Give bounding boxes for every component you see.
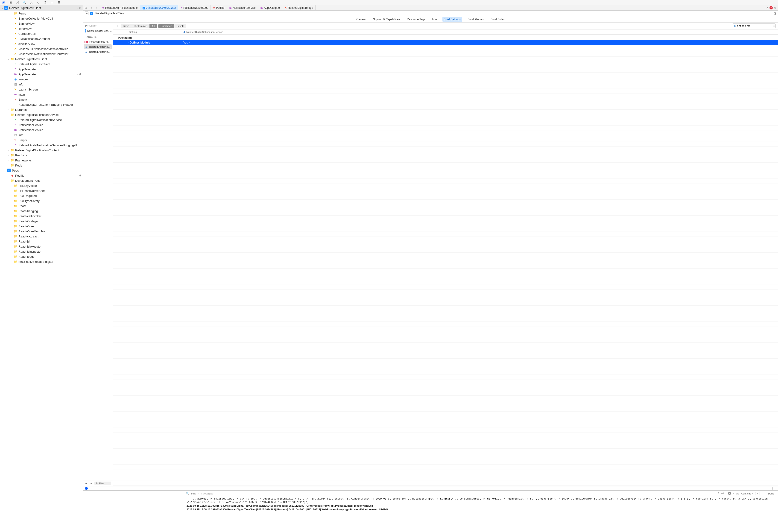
disclosure-icon[interactable]: › [11, 235, 13, 237]
nav-row[interactable]: ✕timerView [0, 26, 83, 31]
debug-icon[interactable]: ⚗ [43, 1, 47, 4]
disclosure-icon[interactable]: › [7, 108, 10, 111]
nav-row[interactable]: hRelatedDigitalNotificationService-Bridg… [0, 143, 83, 148]
nav-row[interactable]: ⌄📁RelatedDigitalNotificationService [0, 112, 83, 117]
nav-row[interactable]: ›📁FBReactNativeSpec [0, 188, 83, 193]
nav-row[interactable]: ✕VisilabsMiniNotificationViewController [0, 51, 83, 57]
nav-row[interactable]: ✕VisilabsFullNotificationViewController [0, 46, 83, 51]
done-button[interactable]: Done [766, 492, 776, 496]
disclosure-icon[interactable]: › [7, 149, 10, 151]
chevron-down-icon[interactable]: ⌄ [1, 7, 4, 9]
disclosure-icon[interactable]: › [11, 230, 13, 232]
disclosure-icon[interactable]: › [11, 210, 13, 212]
nav-row[interactable]: ›📁React-bridging [0, 209, 83, 214]
targets-filter[interactable]: ⊜ Filter [94, 481, 111, 485]
issues-icon[interactable]: △ [29, 1, 33, 4]
back-button[interactable]: ‹ [88, 5, 94, 10]
disclosure-icon[interactable]: › [7, 159, 10, 161]
target-row[interactable]: ◆RelatedDigitalNotifi… [83, 49, 112, 54]
find-dropdown[interactable]: Find ⌄ [191, 492, 199, 495]
toggle-debug-panel-icon[interactable] [772, 487, 776, 490]
disclosure-icon[interactable]: › [11, 240, 13, 242]
error-badge[interactable]: ✕ [770, 6, 773, 9]
nav-row[interactable]: ✕LaunchScreen [0, 87, 83, 92]
setting-row-selected[interactable]: › Defines Module Yes ⇅ [113, 40, 778, 45]
config-tab[interactable]: Resource Tags [406, 17, 427, 22]
forward-button[interactable]: › [94, 5, 99, 10]
disclosure-icon[interactable]: › [11, 195, 13, 197]
case-sensitive-toggle[interactable]: Aa [736, 492, 739, 495]
target-row[interactable]: ◆RelatedDigitalNotifi… [84, 44, 112, 49]
scope-segment[interactable]: BasicCustomizedAll [121, 24, 157, 28]
section-packaging[interactable]: ⌄ Packaging [113, 35, 778, 40]
nav-row[interactable]: ›📁React-cxxreact [0, 234, 83, 239]
nav-row[interactable]: ⌄📁RelatedDigitalTestClient [0, 57, 83, 62]
console-output[interactable]: ,\"appKey\":\"rniostestapp\",\"os\":\"io… [184, 496, 778, 532]
reports-icon[interactable]: ☰ [57, 1, 61, 4]
nav-row[interactable]: ⌄📁Development Pods [0, 178, 83, 183]
related-items-icon[interactable]: ⊞ [83, 5, 88, 10]
add-setting-button[interactable]: + [115, 24, 119, 28]
add-target-button[interactable]: + [84, 482, 88, 485]
nav-row[interactable]: ›📁React-CoreModules [0, 229, 83, 234]
source-control-icon[interactable]: ⎇ [16, 1, 19, 4]
config-tab[interactable]: General [355, 17, 368, 22]
nav-row[interactable]: ✕sideBarView [0, 41, 83, 46]
disclosure-icon[interactable]: › [11, 200, 13, 202]
navigator-tree[interactable]: ›📁Fonts✕BannerCollectionViewCell✕BannerV… [0, 11, 83, 532]
search-icon[interactable]: 🔍 [22, 1, 26, 4]
finder-icon[interactable]: ▣ [2, 1, 6, 4]
nav-row[interactable]: ›📁Products [0, 153, 83, 158]
disclosure-icon[interactable]: › [11, 215, 13, 217]
config-tab[interactable]: Build Rules [489, 17, 506, 22]
nav-row[interactable]: ›📁React-jsiexecutor [0, 244, 83, 249]
project-header[interactable]: ⌄ A RelatedDigitalTestClient ↓ M [0, 5, 83, 11]
nav-row[interactable]: ›📁Fonts [0, 11, 83, 16]
toggle-left-panel-icon[interactable]: ◧ [85, 11, 88, 15]
config-tab[interactable]: Build Phases [466, 17, 485, 22]
nav-row[interactable]: ›📁FBLazyVector [0, 183, 83, 188]
disclosure-icon[interactable]: › [11, 250, 13, 253]
disclosure-icon[interactable]: ⌄ [7, 113, 10, 116]
nav-row[interactable]: hAppDelegate [0, 67, 83, 72]
editor-tab[interactable]: ARelatedDigitalTestClient [140, 5, 178, 10]
editor-tab[interactable]: mAppDelegate [258, 5, 282, 10]
nav-row[interactable]: ›📁Frameworks [0, 158, 83, 163]
disclosure-icon[interactable]: › [11, 220, 13, 222]
config-tab[interactable]: Info [431, 17, 438, 22]
nav-row[interactable]: ➷Empty [0, 97, 83, 102]
segment-option[interactable]: Combined [158, 24, 174, 28]
search-icon[interactable]: 🔍 [186, 492, 189, 495]
nav-row[interactable]: ›📁Pods [0, 163, 83, 168]
nav-row[interactable]: ›📁Libraries [0, 107, 83, 112]
nav-row[interactable]: mmain [0, 92, 83, 97]
match-mode-dropdown[interactable]: Contains ⇅ [741, 492, 753, 495]
disclosure-icon[interactable]: › [7, 164, 10, 166]
setting-value-cell[interactable]: Yes ⇅ [182, 41, 778, 44]
disclosure-icon[interactable]: › [11, 245, 13, 247]
segment-option[interactable]: Basic [121, 24, 132, 28]
nav-row[interactable]: ›📁React-jsi [0, 239, 83, 244]
nav-row[interactable]: ›📁React-logger [0, 254, 83, 259]
segment-option[interactable]: Customized [132, 24, 149, 28]
nav-row[interactable]: hNotificationService [0, 122, 83, 127]
segment-option[interactable]: All [149, 24, 157, 28]
clear-search-icon[interactable]: ⓧ [773, 24, 775, 28]
nav-row[interactable]: ›📁RelatedDigitalNotificationContent [0, 148, 83, 153]
disclosure-icon[interactable]: › [11, 12, 13, 14]
nav-row[interactable]: ✕EMNotificationCarousel [0, 36, 83, 41]
nav-row[interactable]: mAppDelegate↓ M [0, 72, 83, 77]
close-square-icon[interactable]: ⊠ [9, 1, 12, 4]
process-indicator[interactable] [85, 487, 88, 489]
nav-row[interactable]: ›📁RCTTypeSafety [0, 198, 83, 203]
config-tab[interactable]: Build Settings [443, 17, 462, 22]
nav-row[interactable]: ◆PodfileM [0, 173, 83, 178]
nav-row[interactable]: ›📁React-callinvoker [0, 214, 83, 219]
nav-row[interactable]: ◉Images [0, 77, 83, 82]
sync-icon[interactable]: ⇄ [766, 6, 768, 9]
settings-search-input[interactable] [737, 24, 772, 28]
nav-row[interactable]: ✕BannerCollectionViewCell [0, 16, 83, 21]
nav-row[interactable]: ›📁RCTRequired [0, 193, 83, 198]
settings-search-field[interactable]: ◐ ⓧ [732, 23, 776, 28]
disclosure-icon[interactable]: › [11, 184, 13, 187]
